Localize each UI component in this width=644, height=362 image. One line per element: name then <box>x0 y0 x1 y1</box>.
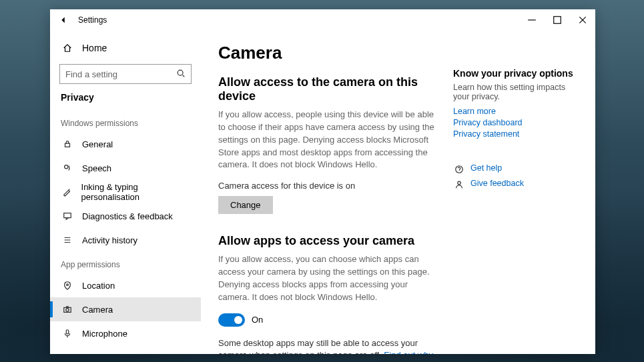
find-out-why-link[interactable]: Find out why <box>384 350 433 354</box>
search-input[interactable]: Find a setting <box>59 64 192 84</box>
nav-label: Activity history <box>82 235 137 245</box>
home-label: Home <box>82 43 107 53</box>
sidebar-item-speech[interactable]: Speech <box>50 156 201 180</box>
toggle-label: On <box>252 315 263 325</box>
section-allow-device: Allow access to the camera on this devic… <box>218 75 440 103</box>
learn-more-link[interactable]: Learn more <box>453 107 582 116</box>
pen-icon <box>61 187 73 197</box>
nav-label: Speech <box>82 163 111 173</box>
content-area: Camera Allow access to the camera on thi… <box>201 31 595 354</box>
minimize-button[interactable] <box>519 9 545 31</box>
svg-point-1 <box>178 70 183 75</box>
desktop-apps-note: Some desktop apps may still be able to a… <box>218 337 440 354</box>
camera-icon <box>61 305 74 314</box>
microphone-icon <box>61 329 74 338</box>
aside-desc: Learn how this setting impacts your priv… <box>453 83 582 101</box>
sidebar-item-general[interactable]: General <box>50 132 201 156</box>
privacy-statement-link[interactable]: Privacy statement <box>453 129 582 139</box>
lock-icon <box>61 139 74 149</box>
feedback-person-icon <box>453 180 465 189</box>
privacy-dashboard-link[interactable]: Privacy dashboard <box>453 118 582 127</box>
section-allow-device-desc: If you allow access, people using this d… <box>218 109 440 171</box>
home-icon <box>61 43 74 53</box>
svg-rect-2 <box>65 143 70 147</box>
sidebar-item-location[interactable]: Location <box>50 273 201 297</box>
help-icon <box>453 165 465 174</box>
history-icon <box>61 235 74 245</box>
sidebar-item-inking[interactable]: Inking & typing personalisation <box>50 180 201 204</box>
get-help-link[interactable]: Get help <box>470 163 502 173</box>
search-icon <box>176 69 186 80</box>
sidebar-item-activity[interactable]: Activity history <box>50 228 201 252</box>
page-title: Camera <box>218 43 440 63</box>
nav-label: General <box>82 139 113 149</box>
aside-heading: Know your privacy options <box>453 68 582 79</box>
nav-label: Diagnostics & feedback <box>82 211 173 221</box>
svg-rect-4 <box>64 213 71 218</box>
category-title: Privacy <box>50 91 201 111</box>
give-feedback-link[interactable]: Give feedback <box>470 179 524 188</box>
camera-access-status: Camera access for this device is on <box>218 181 440 191</box>
group-app-permissions: App permissions <box>50 252 201 273</box>
sidebar-item-diagnostics[interactable]: Diagnostics & feedback <box>50 204 201 228</box>
sidebar: Home Find a setting Privacy Windows perm… <box>50 31 201 354</box>
group-windows-permissions: Windows permissions <box>50 111 201 132</box>
allow-apps-toggle[interactable] <box>218 313 245 327</box>
change-button[interactable]: Change <box>218 196 273 214</box>
location-icon <box>61 281 74 290</box>
svg-rect-0 <box>554 17 561 24</box>
section-allow-apps-desc: If you allow access, you can choose whic… <box>218 253 440 303</box>
settings-window: Settings Home Find a setting Privacy Win… <box>50 9 595 354</box>
nav-label: Inking & typing personalisation <box>81 182 190 202</box>
feedback-icon <box>61 211 74 221</box>
speech-icon <box>61 163 74 173</box>
sidebar-item-camera[interactable]: Camera <box>50 297 201 321</box>
nav-label: Microphone <box>82 329 127 339</box>
svg-point-5 <box>67 284 69 286</box>
nav-label: Camera <box>82 305 113 315</box>
nav-label: Location <box>82 281 115 291</box>
aside-panel: Know your privacy options Learn how this… <box>453 31 595 354</box>
svg-point-7 <box>66 309 69 311</box>
titlebar: Settings <box>50 9 595 31</box>
sidebar-home[interactable]: Home <box>50 36 201 60</box>
svg-rect-8 <box>66 330 69 334</box>
search-placeholder: Find a setting <box>65 69 117 79</box>
main-panel: Camera Allow access to the camera on thi… <box>201 31 453 354</box>
section-allow-apps: Allow apps to access your camera <box>218 234 440 248</box>
svg-point-3 <box>65 165 68 169</box>
close-button[interactable] <box>570 9 595 31</box>
maximize-button[interactable] <box>545 9 570 31</box>
back-button[interactable] <box>50 9 77 31</box>
sidebar-item-microphone[interactable]: Microphone <box>50 321 201 345</box>
window-title: Settings <box>78 15 107 25</box>
svg-point-10 <box>458 181 460 184</box>
